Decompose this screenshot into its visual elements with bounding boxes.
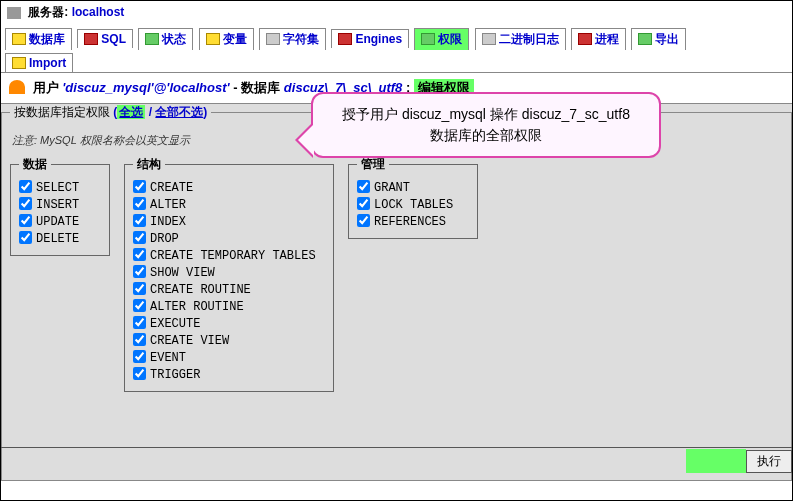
- priv-row: CREATE ROUTINE: [133, 281, 325, 298]
- priv-row: LOCK TABLES: [357, 196, 469, 213]
- priv-label: INDEX: [150, 215, 186, 229]
- exec-button[interactable]: 执行: [746, 450, 792, 473]
- user-value[interactable]: 'discuz_mysql'@'localhost': [62, 80, 229, 95]
- process-icon: [578, 33, 592, 45]
- selector-label: 按数据库指定权限: [14, 105, 110, 119]
- priv-label: REFERENCES: [374, 215, 446, 229]
- priv-row: TRIGGER: [133, 366, 325, 383]
- priv-row: INSERT: [19, 196, 101, 213]
- priv-label: EVENT: [150, 351, 186, 365]
- tab-label: Import: [29, 56, 66, 70]
- priv-label: CREATE ROUTINE: [150, 283, 251, 297]
- tab-charset[interactable]: 字符集: [259, 28, 326, 50]
- priv-checkbox-drop[interactable]: [133, 231, 146, 244]
- priv-row: INDEX: [133, 213, 325, 230]
- priv-checkbox-show-view[interactable]: [133, 265, 146, 278]
- server-label: 服务器:: [28, 5, 68, 19]
- tab-label: 权限: [438, 32, 462, 46]
- db-label: 数据库: [241, 80, 280, 95]
- tab-process[interactable]: 进程: [571, 28, 626, 50]
- priv-checkbox-create-view[interactable]: [133, 333, 146, 346]
- group-data: 数据 SELECTINSERTUPDATEDELETE: [10, 156, 110, 256]
- priv-label: DELETE: [36, 232, 79, 246]
- tab-label: Engines: [355, 32, 402, 46]
- server-host: localhost: [72, 5, 125, 19]
- priv-label: SHOW VIEW: [150, 266, 215, 280]
- priv-checkbox-event[interactable]: [133, 350, 146, 363]
- slash: /: [145, 105, 155, 119]
- tab-label: 进程: [595, 32, 619, 46]
- priv-checkbox-trigger[interactable]: [133, 367, 146, 380]
- priv-label: CREATE TEMPORARY TABLES: [150, 249, 316, 263]
- server-icon: [7, 7, 21, 19]
- priv-checkbox-references[interactable]: [357, 214, 370, 227]
- group-struct: 结构 CREATEALTERINDEXDROPCREATE TEMPORARY …: [124, 156, 334, 392]
- priv-checkbox-alter[interactable]: [133, 197, 146, 210]
- priv-label: UPDATE: [36, 215, 79, 229]
- priv-label: ALTER: [150, 198, 186, 212]
- user-icon: [9, 80, 25, 94]
- priv-label: EXECUTE: [150, 317, 200, 331]
- tab-label: 状态: [162, 32, 186, 46]
- export-icon: [638, 33, 652, 45]
- user-label: 用户: [33, 80, 59, 95]
- tab-import[interactable]: Import: [5, 53, 73, 72]
- tab-export[interactable]: 导出: [631, 28, 686, 50]
- tab-label: 字符集: [283, 32, 319, 46]
- tab-engines[interactable]: Engines: [331, 29, 409, 48]
- main-legend: 按数据库指定权限 (全选 / 全部不选): [10, 104, 211, 121]
- tab-label: 二进制日志: [499, 32, 559, 46]
- callout-t1c: 操作: [486, 106, 522, 122]
- priv-label: CREATE VIEW: [150, 334, 229, 348]
- priv-label: CREATE: [150, 181, 193, 195]
- group-admin-legend: 管理: [357, 156, 389, 173]
- priv-row: CREATE VIEW: [133, 332, 325, 349]
- priv-checkbox-delete[interactable]: [19, 231, 32, 244]
- engines-icon: [338, 33, 352, 45]
- callout-t1b: discuz_mysql: [402, 106, 486, 122]
- priv-checkbox-lock-tables[interactable]: [357, 197, 370, 210]
- priv-checkbox-select[interactable]: [19, 180, 32, 193]
- group-data-legend: 数据: [19, 156, 51, 173]
- tab-sql[interactable]: SQL: [77, 29, 133, 48]
- priv-row: ALTER ROUTINE: [133, 298, 325, 315]
- priv-row: UPDATE: [19, 213, 101, 230]
- priv-checkbox-create[interactable]: [133, 180, 146, 193]
- tab-status[interactable]: 状态: [138, 28, 193, 50]
- priv-checkbox-create-temporary-tables[interactable]: [133, 248, 146, 261]
- priv-checkbox-create-routine[interactable]: [133, 282, 146, 295]
- tab-db[interactable]: 数据库: [5, 28, 72, 50]
- tab-binlog[interactable]: 二进制日志: [475, 28, 566, 50]
- select-none-link[interactable]: 全部不选: [155, 105, 203, 119]
- callout-t1a: 授予用户: [342, 106, 402, 122]
- select-all-link[interactable]: 全选: [117, 105, 145, 119]
- var-icon: [206, 33, 220, 45]
- priv-label: DROP: [150, 232, 179, 246]
- sql-icon: [84, 33, 98, 45]
- callout-t1d: discuz_7_sc_utf8: [522, 106, 630, 122]
- tab-bar: 数据库 SQL 状态 变量 字符集 Engines 权限 二进制日志 进程 导出…: [1, 24, 792, 73]
- priv-checkbox-grant[interactable]: [357, 180, 370, 193]
- priv-checkbox-alter-routine[interactable]: [133, 299, 146, 312]
- priv-row: CREATE: [133, 179, 325, 196]
- priv-checkbox-insert[interactable]: [19, 197, 32, 210]
- priv-row: DROP: [133, 230, 325, 247]
- priv-label: GRANT: [374, 181, 410, 195]
- priv-label: TRIGGER: [150, 368, 200, 382]
- group-struct-legend: 结构: [133, 156, 165, 173]
- tab-priv[interactable]: 权限: [414, 28, 469, 50]
- exec-highlight: [686, 449, 746, 473]
- priv-label: LOCK TABLES: [374, 198, 453, 212]
- priv-icon: [421, 33, 435, 45]
- status-icon: [145, 33, 159, 45]
- priv-checkbox-index[interactable]: [133, 214, 146, 227]
- priv-row: EVENT: [133, 349, 325, 366]
- priv-checkbox-execute[interactable]: [133, 316, 146, 329]
- content-area: 按数据库指定权限 (全选 / 全部不选) 注意: MySQL 权限名称会以英文显…: [1, 103, 792, 481]
- exec-bar: 执行: [1, 447, 792, 481]
- tab-label: 变量: [223, 32, 247, 46]
- binlog-icon: [482, 33, 496, 45]
- priv-checkbox-update[interactable]: [19, 214, 32, 227]
- priv-row: REFERENCES: [357, 213, 469, 230]
- tab-var[interactable]: 变量: [199, 28, 254, 50]
